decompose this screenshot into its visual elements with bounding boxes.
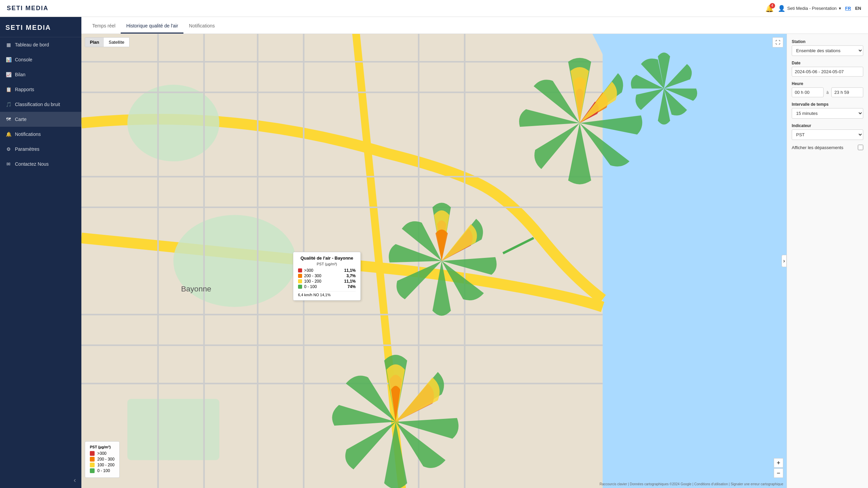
heure-start-input[interactable]	[792, 87, 824, 97]
map-panel-container: CURRIES WOODS Bayonne	[81, 34, 868, 488]
tooltip-pct-1: 11,1%	[344, 268, 356, 273]
depassements-label: Afficher les dépassements	[792, 145, 843, 150]
sidebar-collapse-button[interactable]: ‹	[0, 472, 81, 488]
tooltip-color-1	[298, 268, 302, 272]
station-field: Station Ensemble des stations	[792, 39, 863, 56]
station-label: Station	[792, 39, 863, 44]
legend-label-4: 0 - 100	[97, 468, 110, 473]
header-right: 🔔 4 👤 Seti Media - Presentation ▾ FR EN	[765, 4, 861, 13]
console-icon: 📊	[5, 57, 12, 62]
user-dropdown-icon: ▾	[839, 6, 841, 11]
legend-title: PST (µg/m³)	[90, 445, 115, 449]
classification-icon: 🎵	[5, 102, 12, 107]
intervalle-label: Intervalle de temps	[792, 102, 863, 107]
sidebar-label-carte: Carte	[15, 117, 26, 122]
map-background: CURRIES WOODS Bayonne	[81, 34, 787, 488]
contact-icon: ✉	[5, 161, 12, 167]
tooltip-color-4	[298, 285, 302, 289]
svg-rect-4	[127, 399, 219, 460]
sidebar-item-rapports[interactable]: 📋 Rapports	[0, 82, 81, 97]
sidebar-label-rapports: Rapports	[15, 87, 34, 92]
top-header: SETI MEDIA 🔔 4 👤 Seti Media - Presentati…	[0, 0, 868, 17]
tooltip-row-3: 100 - 200 11,1%	[298, 279, 356, 284]
bilan-icon: 📈	[5, 72, 12, 77]
sidebar-item-notifications[interactable]: 🔔 Notifications	[0, 127, 81, 142]
tab-historique[interactable]: Historique qualité de l'air	[121, 19, 183, 34]
rapports-icon: 📋	[5, 87, 12, 92]
sidebar-item-bilan[interactable]: 📈 Bilan	[0, 67, 81, 82]
legend-item-3: 100 - 200	[90, 463, 115, 467]
legend-label-1: >300	[97, 451, 106, 456]
lang-fr-button[interactable]: FR	[845, 6, 851, 11]
sidebar-item-contact[interactable]: ✉ Contactez Nous	[0, 157, 81, 171]
sidebar-label-classification: Classification du bruit	[15, 102, 60, 107]
tooltip-range-1: >300	[304, 268, 342, 273]
tooltip-range-3: 100 - 200	[304, 279, 342, 284]
header-left: SETI MEDIA	[7, 5, 48, 12]
app-logo: SETI MEDIA	[7, 5, 48, 12]
main-layout: SETI MEDIA ▦ Tableau de bord 📊 Console 📈…	[0, 17, 868, 488]
map-fullscreen-button[interactable]: ⛶	[772, 37, 783, 47]
tooltip-pct-4: 74%	[348, 284, 356, 289]
heure-end-input[interactable]	[831, 87, 863, 97]
map-zoom-in-button[interactable]: +	[774, 458, 783, 468]
indicateur-field: Indicateur PST	[792, 123, 863, 140]
tab-notifications[interactable]: Notifications	[183, 19, 220, 34]
heure-label: Heure	[792, 81, 863, 86]
date-label: Date	[792, 61, 863, 65]
legend-color-1	[90, 451, 95, 456]
indicateur-label: Indicateur	[792, 123, 863, 128]
legend-item-1: >300	[90, 451, 115, 456]
legend-item-2: 200 - 300	[90, 457, 115, 462]
map-type-controls: Plan Satellite	[85, 37, 130, 47]
depassements-row: Afficher les dépassements	[792, 145, 863, 150]
sidebar-item-carte[interactable]: 🗺 Carte	[0, 112, 81, 127]
station-select[interactable]: Ensemble des stations	[792, 45, 863, 56]
tab-temps-reel[interactable]: Temps réel	[87, 19, 121, 34]
notification-bell[interactable]: 🔔 4	[765, 4, 774, 13]
intervalle-select[interactable]: 15 minutes	[792, 108, 863, 119]
svg-text:Bayonne: Bayonne	[181, 285, 211, 293]
sidebar-label-parametres: Paramètres	[15, 146, 39, 152]
legend-item-4: 0 - 100	[90, 468, 115, 473]
legend-color-4	[90, 468, 95, 473]
map-zoom-controls: + −	[774, 458, 783, 478]
carte-icon: 🗺	[5, 117, 12, 122]
tooltip-row-4: 0 - 100 74%	[298, 284, 356, 289]
map-zoom-out-button[interactable]: −	[774, 468, 783, 478]
user-menu[interactable]: 👤 Seti Media - Presentation ▾	[778, 5, 841, 12]
tooltip-subtitle: PST (µg/m³)	[298, 262, 356, 266]
tooltip-row-1: >300 11,1%	[298, 268, 356, 273]
lang-en-button[interactable]: EN	[855, 6, 861, 11]
user-label: Seti Media - Presentation	[787, 6, 837, 11]
tooltip-pct-2: 3,7%	[347, 273, 356, 278]
intervalle-field: Intervalle de temps 15 minutes	[792, 102, 863, 119]
date-input[interactable]	[792, 67, 863, 77]
heure-separator: à	[826, 90, 829, 95]
map-tooltip: Qualité de l'air - Bayonne PST (µg/m³) >…	[293, 252, 361, 301]
depassements-checkbox[interactable]	[858, 145, 863, 150]
map-type-plan-button[interactable]: Plan	[85, 38, 104, 47]
tooltip-color-2	[298, 274, 302, 278]
tooltip-row-2: 200 - 300 3,7%	[298, 273, 356, 278]
indicateur-select[interactable]: PST	[792, 129, 863, 140]
content-area: Temps réel Historique qualité de l'air N…	[81, 17, 868, 488]
map-area[interactable]: CURRIES WOODS Bayonne	[81, 34, 787, 488]
tooltip-range-2: 200 - 300	[304, 273, 344, 278]
map-type-satellite-button[interactable]: Satellite	[104, 38, 129, 47]
sidebar-label-console: Console	[15, 57, 32, 62]
sidebar-label-bilan: Bilan	[15, 72, 25, 77]
sidebar-item-classification[interactable]: 🎵 Classification du bruit	[0, 97, 81, 112]
legend-color-3	[90, 463, 95, 467]
legend-label-2: 200 - 300	[97, 457, 115, 462]
tooltip-color-3	[298, 279, 302, 283]
tooltip-wind: 6,4 km/h NO 14,1%	[298, 291, 356, 297]
sidebar-item-tableau-de-bord[interactable]: ▦ Tableau de bord	[0, 37, 81, 52]
sidebar-item-parametres[interactable]: ⚙ Paramètres	[0, 142, 81, 157]
notification-badge: 4	[770, 3, 775, 8]
tooltip-wind-text: 6,4 km/h NO 14,1%	[298, 293, 331, 297]
sidebar-item-console[interactable]: 📊 Console	[0, 52, 81, 67]
sidebar: SETI MEDIA ▦ Tableau de bord 📊 Console 📈…	[0, 17, 81, 488]
date-field: Date	[792, 61, 863, 77]
notifications-icon: 🔔	[5, 131, 12, 137]
